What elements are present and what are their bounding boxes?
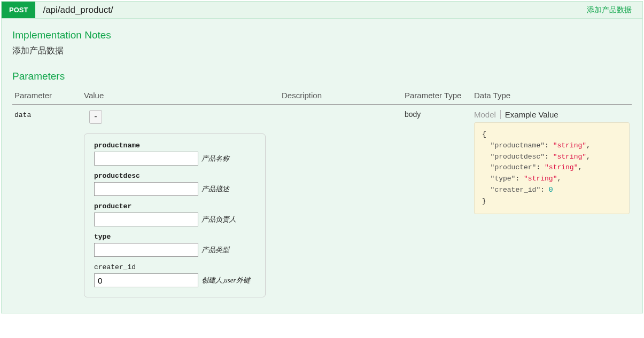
ex-producter: "string" xyxy=(545,163,578,171)
col-header-parameter: Parameter xyxy=(12,88,82,105)
ex-productname: "string" xyxy=(553,142,586,150)
parameters-table: Parameter Value Description Parameter Ty… xyxy=(12,88,632,300)
param-form-box: productname 产品名称 productdesc xyxy=(84,133,266,297)
ex-productdesc: "string" xyxy=(553,153,586,161)
field-hint: 创建人,user外键 xyxy=(201,276,250,285)
col-header-parameter-type: Parameter Type xyxy=(402,88,472,105)
form-field-productdesc: productdesc 产品描述 xyxy=(94,172,255,196)
operation-body: Implementation Notes 添加产品数据 Parameters P… xyxy=(2,19,642,313)
form-field-producter: producter 产品负责人 xyxy=(94,202,255,226)
type-input[interactable] xyxy=(94,243,198,257)
field-hint: 产品类型 xyxy=(201,245,229,255)
field-label: productdesc xyxy=(94,172,255,180)
creater-id-input[interactable] xyxy=(94,273,198,287)
form-field-type: type 产品类型 xyxy=(94,233,255,257)
param-type: body xyxy=(402,105,472,300)
collapse-button[interactable]: - xyxy=(89,110,102,124)
field-label: producter xyxy=(94,202,255,210)
ex-type: "string" xyxy=(524,175,557,183)
ex-creater-id: 0 xyxy=(549,186,553,194)
operation-container: POST /api/add_product/ 添加产品数据 Implementa… xyxy=(1,1,643,313)
table-row: data - productname 产品名称 xyxy=(12,105,632,300)
tab-model[interactable]: Model xyxy=(474,110,500,119)
implementation-notes-text: 添加产品数据 xyxy=(12,45,632,57)
param-name: data xyxy=(14,111,31,119)
parameters-title: Parameters xyxy=(12,70,632,82)
field-hint: 产品描述 xyxy=(201,184,229,194)
field-label: creater_id xyxy=(94,263,255,271)
param-description xyxy=(280,105,402,300)
field-label: productname xyxy=(94,142,255,150)
operation-summary[interactable]: 添加产品数据 xyxy=(587,5,642,15)
col-header-description: Description xyxy=(280,88,402,105)
productdesc-input[interactable] xyxy=(94,182,198,196)
field-hint: 产品负责人 xyxy=(201,215,236,224)
col-header-data-type: Data Type xyxy=(472,88,632,105)
http-method-badge: POST xyxy=(2,2,35,18)
endpoint-path: /api/add_product/ xyxy=(35,5,587,15)
field-hint: 产品名称 xyxy=(201,154,229,163)
operation-header[interactable]: POST /api/add_product/ 添加产品数据 xyxy=(2,2,642,19)
productname-input[interactable] xyxy=(94,152,198,166)
form-field-creater-id: creater_id 创建人,user外键 xyxy=(94,263,255,287)
implementation-notes-title: Implementation Notes xyxy=(12,29,632,41)
model-example-tabs: ModelExample Value xyxy=(474,110,630,119)
tab-example-value[interactable]: Example Value xyxy=(500,110,563,119)
form-field-productname: productname 产品名称 xyxy=(94,142,255,166)
col-header-value: Value xyxy=(82,88,280,105)
example-value-box[interactable]: { "productname": "string", "productdesc"… xyxy=(474,122,630,214)
producter-input[interactable] xyxy=(94,213,198,226)
field-label: type xyxy=(94,233,255,241)
